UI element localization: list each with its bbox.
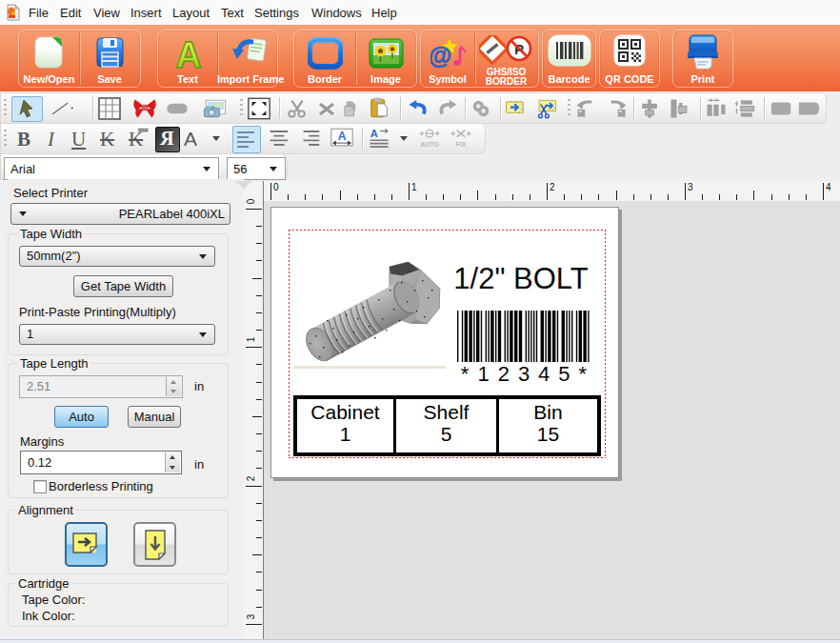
svg-text:@: @ bbox=[430, 42, 451, 69]
svg-text:FIX: FIX bbox=[456, 141, 467, 148]
svg-text:AUTO: AUTO bbox=[420, 141, 439, 148]
svg-text:A: A bbox=[338, 130, 347, 143]
svg-text:A: A bbox=[370, 128, 378, 139]
svg-text:A: A bbox=[175, 36, 201, 71]
